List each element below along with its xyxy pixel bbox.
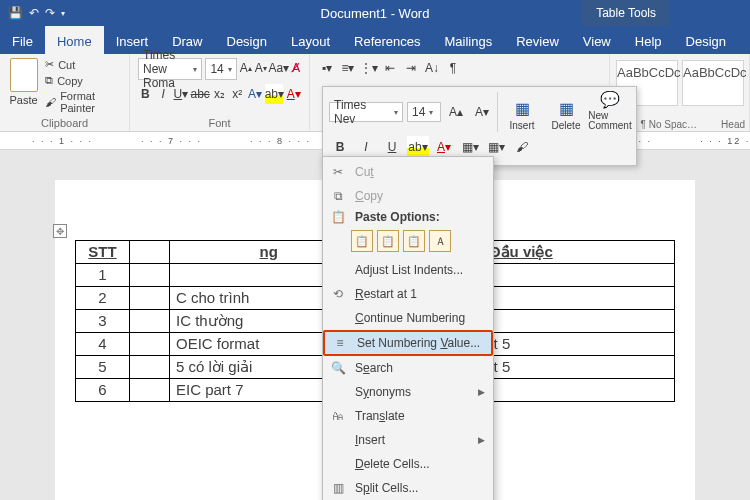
font-size-combo[interactable]: 14▾ [205,58,236,80]
mini-size-combo[interactable]: 14▾ [407,102,441,122]
tab-view-9[interactable]: View [571,26,623,54]
paste-text-icon[interactable]: Ａ [429,230,451,252]
tab-file-0[interactable]: File [0,26,45,54]
mini-bold[interactable]: B [329,136,351,158]
scissors-icon: ✂ [45,58,54,71]
mini-highlight[interactable]: ab▾ [407,136,429,158]
superscript-button[interactable]: x² [230,84,245,104]
paste-keep-source-icon[interactable]: 📋 [351,230,373,252]
mini-new-comment-button[interactable]: 💬New Comment [590,91,630,133]
ctx-set-numbering-value[interactable]: ≡Set Numbering Value... [323,330,493,356]
translate-icon: 🗛 [329,409,347,423]
tab-help-10[interactable]: Help [623,26,674,54]
multilevel-button[interactable]: ⋮▾ [360,58,378,78]
chevron-right-icon: ▶ [478,387,485,397]
change-case-button[interactable]: Aa▾ [270,58,288,78]
clear-format-button[interactable]: A̸ [291,58,301,78]
tab-design-4[interactable]: Design [215,26,279,54]
mini-fontcolor[interactable]: A▾ [433,136,455,158]
table-header[interactable] [130,241,170,264]
sort-button[interactable]: A↓ [423,58,441,78]
grow-font-button[interactable]: A▴ [240,58,252,78]
paste-merge-icon[interactable]: 📋 [377,230,399,252]
ctx-copy[interactable]: ⧉Copy [323,184,493,208]
clipboard-icon [10,58,38,92]
copy-icon: ⧉ [45,74,53,87]
table-tools-label: Table Tools [582,0,670,26]
bullets-button[interactable]: ▪▾ [318,58,336,78]
numbering-icon: ≡ [331,336,349,350]
ctx-paste-options: 📋Paste Options: 📋 📋 📋 Ａ [323,208,493,258]
ctx-synonyms[interactable]: Synonyms▶ [323,380,493,404]
tab-layout-12[interactable]: Layout [738,26,750,54]
mini-shrink-font[interactable]: A▾ [471,101,493,123]
tab-references-6[interactable]: References [342,26,432,54]
inc-indent-button[interactable]: ⇥ [402,58,420,78]
font-name-combo[interactable]: Times New Roma▾ [138,58,202,80]
style-heading[interactable]: AaBbCcDc [682,60,744,106]
cut-button[interactable]: ✂Cut [45,58,121,71]
dec-indent-button[interactable]: ⇤ [381,58,399,78]
tab-layout-5[interactable]: Layout [279,26,342,54]
mini-italic[interactable]: I [355,136,377,158]
delete-icon: ▦ [559,99,574,118]
text-effects-button[interactable]: A▾ [248,84,263,104]
mini-borders[interactable]: ▦▾ [485,136,507,158]
comment-icon: 💬 [600,90,620,109]
ctx-translate[interactable]: 🗛Translate [323,404,493,428]
scissors-icon: ✂ [329,165,347,179]
ctx-adjust-indents[interactable]: Adjust List Indents... [323,258,493,282]
insert-icon: ▦ [515,99,530,118]
mini-font-combo[interactable]: Times Nev▾ [329,102,403,122]
subscript-button[interactable]: x₂ [212,84,227,104]
tab-review-8[interactable]: Review [504,26,571,54]
restart-icon: ⟲ [329,287,347,301]
copy-icon: ⧉ [329,189,347,203]
save-icon[interactable]: 💾 [8,6,23,20]
ctx-delete-cells[interactable]: Delete Cells... [323,452,493,476]
ctx-insert[interactable]: Insert▶ [323,428,493,452]
tab-design-11[interactable]: Design [674,26,738,54]
chevron-right-icon: ▶ [478,435,485,445]
tab-mailings-7[interactable]: Mailings [433,26,505,54]
redo-icon[interactable]: ↷ [45,6,55,20]
italic-button[interactable]: I [156,84,171,104]
show-marks-button[interactable]: ¶ [444,58,462,78]
strike-button[interactable]: abc [191,84,209,104]
clipboard-icon: 📋 [329,210,347,224]
mini-underline[interactable]: U [381,136,403,158]
shrink-font-button[interactable]: A▾ [255,58,267,78]
paste-picture-icon[interactable]: 📋 [403,230,425,252]
qat-dropdown-icon[interactable]: ▾ [61,9,65,18]
bold-button[interactable]: B [138,84,153,104]
underline-button[interactable]: U▾ [173,84,188,104]
brush-icon: 🖌 [45,96,56,108]
undo-icon[interactable]: ↶ [29,6,39,20]
ctx-split-cells[interactable]: ▥Split Cells... [323,476,493,500]
context-menu: ✂Cut ⧉Copy 📋Paste Options: 📋 📋 📋 Ａ Adjus… [322,156,494,500]
split-icon: ▥ [329,481,347,495]
format-painter-button[interactable]: 🖌Format Painter [45,90,121,114]
font-group-label: Font [138,115,301,129]
search-icon: 🔍 [329,361,347,375]
clipboard-group-label: Clipboard [8,115,121,129]
ctx-search[interactable]: 🔍Search [323,356,493,380]
numbering-button[interactable]: ≡▾ [339,58,357,78]
ctx-restart-at-1[interactable]: ⟲Restart at 1 [323,282,493,306]
mini-brush[interactable]: 🖌 [511,136,533,158]
ctx-continue-numbering[interactable]: Continue Numbering [323,306,493,330]
highlight-button[interactable]: ab▾ [265,84,283,104]
mini-shading[interactable]: ▦▾ [459,136,481,158]
mini-delete-button[interactable]: ▦Delete [546,91,586,133]
table-header[interactable]: STT [76,241,130,264]
copy-button[interactable]: ⧉Copy [45,74,121,87]
tab-home-1[interactable]: Home [45,26,104,54]
table-move-handle-icon[interactable]: ✥ [53,224,67,238]
mini-toolbar: Times Nev▾ 14▾ A▴ A▾ ▦Insert ▦Delete 💬Ne… [322,86,637,166]
font-color-button[interactable]: A▾ [286,84,301,104]
ctx-cut[interactable]: ✂Cut [323,160,493,184]
paste-label: Paste [8,94,39,106]
mini-grow-font[interactable]: A▴ [445,101,467,123]
paste-button[interactable]: Paste [8,58,39,114]
mini-insert-button[interactable]: ▦Insert [502,91,542,133]
